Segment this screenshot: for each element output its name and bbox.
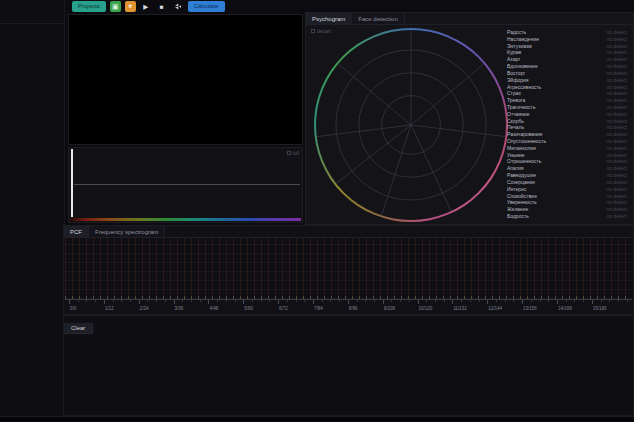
emotion-row: Отчаяниеno detect xyxy=(507,111,627,117)
axis-label: 9/108 xyxy=(384,306,395,311)
axis-tick-minor xyxy=(479,300,480,302)
spectrogram-section: PCF Frequency spectrogram 0/01/122/243/3… xyxy=(63,225,634,315)
emotion-row: Вдохновениеno detect xyxy=(507,63,627,69)
axis-tick-minor xyxy=(304,300,305,302)
axis-tick-minor xyxy=(182,300,183,302)
axis-tick-minor xyxy=(627,300,628,302)
axis-tick-minor xyxy=(601,300,602,302)
emotion-label: Созерцание xyxy=(507,179,535,185)
left-sidebar xyxy=(0,0,65,416)
spectrogram-plot[interactable] xyxy=(65,238,632,299)
emotion-row: Эйфорияno detect xyxy=(507,77,627,83)
axis-tick-minor xyxy=(130,300,131,302)
polar-spoke xyxy=(411,125,505,137)
tab-psychogram[interactable]: Psychogram xyxy=(306,13,352,24)
axis-tick-minor xyxy=(121,300,122,302)
axis-label: 13/156 xyxy=(523,306,537,311)
axis-tick-major xyxy=(592,300,593,304)
emotion-row: Опустошенностьno detect xyxy=(507,138,627,144)
save-icon: ▣ xyxy=(112,3,119,11)
axis-tick-minor xyxy=(200,300,201,302)
emotion-value: no detect xyxy=(606,145,627,151)
polar-spoke xyxy=(411,125,451,211)
axis-tick-major xyxy=(278,300,279,304)
emotion-label: Меланхолия xyxy=(507,145,536,151)
time-axis: 0/01/122/243/364/485/606/727/848/969/108… xyxy=(65,299,632,315)
results-area xyxy=(64,328,633,415)
play-icon: ▶ xyxy=(143,3,148,11)
stop-icon: ■ xyxy=(160,3,164,10)
axis-tick-minor xyxy=(426,300,427,302)
axis-tick-minor xyxy=(566,300,567,302)
emotion-label: Равнодушие xyxy=(507,172,536,178)
emotion-label: Апатия xyxy=(507,165,524,171)
star-button[interactable]: * xyxy=(125,1,136,12)
polar-grid xyxy=(314,28,508,222)
emotion-label: Радость xyxy=(507,29,526,35)
emotion-label: Азарт xyxy=(507,56,520,62)
axis-tick-major xyxy=(243,300,244,304)
emotion-row: Скорбьno detect xyxy=(507,118,627,124)
axis-tick-major xyxy=(174,300,175,304)
emotion-row: Тревогаno detect xyxy=(507,97,627,103)
axis-tick-minor xyxy=(574,300,575,302)
emotion-label: Интерес xyxy=(507,186,526,192)
axis-tick-minor xyxy=(400,300,401,302)
volume-button[interactable] xyxy=(172,1,184,12)
emotion-value: no detect xyxy=(606,172,627,178)
axis-tick-minor xyxy=(505,300,506,302)
axis-label: 6/72 xyxy=(279,306,288,311)
axis-tick-minor xyxy=(95,300,96,302)
axis-label: 4/48 xyxy=(209,306,218,311)
calculate-button[interactable]: Calculate xyxy=(188,1,225,12)
axis-tick-minor xyxy=(296,300,297,302)
axis-label: 10/120 xyxy=(419,306,433,311)
psychogram-tabs: Psychogram Face detection xyxy=(306,13,633,25)
axis-tick-major xyxy=(104,300,105,304)
axis-tick-minor xyxy=(548,300,549,302)
save-button[interactable]: ▣ xyxy=(110,1,121,12)
axis-tick-minor xyxy=(496,300,497,302)
playhead[interactable] xyxy=(71,149,73,217)
axis-tick-minor xyxy=(235,300,236,302)
axis-tick-minor xyxy=(78,300,79,302)
emotion-value: no detect xyxy=(606,56,627,62)
waveform-zero-line xyxy=(74,184,300,185)
axis-label: 15/180 xyxy=(593,306,607,311)
axis-label: 7/84 xyxy=(314,306,323,311)
emotion-label: Агрессивность xyxy=(507,84,541,90)
waveform-panel[interactable]: full xyxy=(68,147,303,223)
tab-face-detection[interactable]: Face detection xyxy=(352,13,404,24)
polar-spoke xyxy=(382,125,411,215)
emotion-row: Трагичностьno detect xyxy=(507,104,627,110)
spectrum-colorbar xyxy=(70,218,301,221)
tab-pcf[interactable]: PCF xyxy=(64,226,89,237)
app-window: Projects ▣ * ▶ ■ Calculate full Psychogr… xyxy=(0,0,634,422)
emotion-label: Эйфория xyxy=(507,77,529,83)
emotion-label: Опустошенность xyxy=(507,138,546,144)
polar-spoke xyxy=(338,64,411,125)
axis-label: 0/0 xyxy=(70,306,76,311)
emotion-row: Разочарованиеno detect xyxy=(507,131,627,137)
spectrogram-tabs: PCF Frequency spectrogram xyxy=(64,226,633,238)
emotion-row: Бодростьno detect xyxy=(507,213,627,219)
axis-tick-minor xyxy=(339,300,340,302)
full-checkbox[interactable]: full xyxy=(287,150,299,156)
axis-label: 8/96 xyxy=(349,306,358,311)
axis-label: 11/132 xyxy=(453,306,466,311)
projects-button[interactable]: Projects xyxy=(72,1,106,12)
full-label: full xyxy=(293,150,299,156)
emotion-value: no detect xyxy=(606,104,627,110)
play-button[interactable]: ▶ xyxy=(140,1,152,12)
emotion-row: Желаниеno detect xyxy=(507,206,627,212)
emotion-label: Уныние xyxy=(507,152,525,158)
axis-tick-minor xyxy=(513,300,514,302)
stop-button[interactable]: ■ xyxy=(156,1,168,12)
tab-frequency-spectrogram[interactable]: Frequency spectrogram xyxy=(89,226,165,237)
axis-tick-minor xyxy=(322,300,323,302)
emotion-row: Печальno detect xyxy=(507,124,627,130)
axis-tick-minor xyxy=(540,300,541,302)
axis-tick-minor xyxy=(583,300,584,302)
emotion-label: Наслаждение xyxy=(507,36,539,42)
emotion-value: no detect xyxy=(606,70,627,76)
